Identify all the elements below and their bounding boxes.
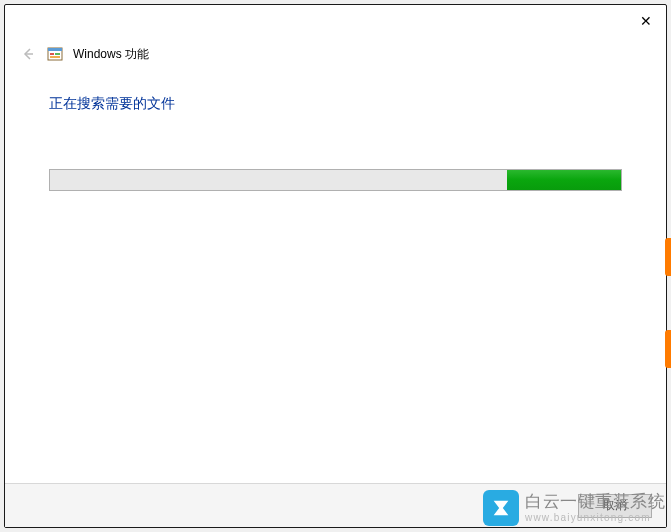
side-accent	[665, 238, 671, 276]
close-button[interactable]: ✕	[636, 11, 656, 31]
back-arrow-icon	[20, 46, 36, 62]
progress-fill	[507, 170, 621, 190]
footer-bar: 取消	[5, 483, 666, 527]
cancel-button[interactable]: 取消	[578, 494, 652, 518]
status-text: 正在搜索需要的文件	[49, 95, 622, 113]
svg-rect-4	[55, 53, 60, 55]
app-icon	[47, 46, 63, 62]
content-area: 正在搜索需要的文件	[5, 63, 666, 483]
back-button	[19, 45, 37, 63]
progress-bar	[49, 169, 622, 191]
side-accent	[665, 330, 671, 368]
close-icon: ✕	[640, 13, 652, 29]
svg-rect-5	[50, 56, 60, 58]
window-title: Windows 功能	[73, 46, 149, 63]
titlebar: ✕	[5, 5, 666, 37]
svg-rect-3	[50, 53, 54, 55]
header-row: Windows 功能	[5, 37, 666, 63]
dialog-window: ✕ Windows 功能 正在搜索需要的文件 取消	[4, 4, 667, 528]
svg-rect-2	[48, 48, 62, 51]
